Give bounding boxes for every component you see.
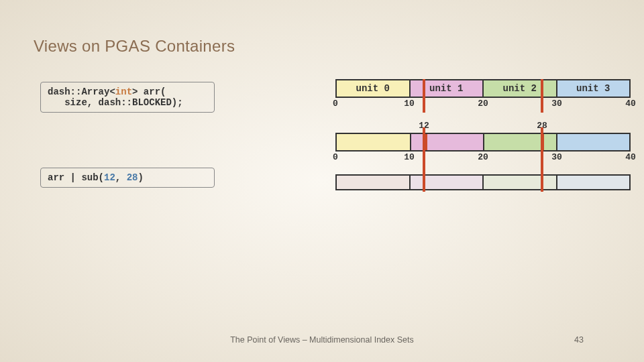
- faded-cell-2: [482, 176, 556, 189]
- code-type-int: int: [115, 86, 132, 97]
- tick2-20: 20: [478, 152, 488, 162]
- units-row: unit 0 unit 1 unit 2 unit 3: [335, 79, 631, 98]
- diagram-units-header: unit 0 unit 1 unit 2 unit 3 0 10 20 30 4…: [335, 79, 631, 111]
- code-box-sub-expr: arr | sub(12, 28): [40, 168, 215, 188]
- code-text: arr | sub(: [48, 172, 104, 183]
- code-text: ,: [115, 172, 127, 183]
- faded-cell-1: [409, 176, 483, 189]
- code-num-12: 12: [104, 172, 115, 183]
- unit-cell-3: unit 3: [556, 80, 630, 97]
- seg-30-40: [556, 134, 629, 150]
- code-text: size, dash::BLOCKED);: [48, 97, 183, 108]
- faded-cell-3: [556, 176, 630, 189]
- range-labels: 12 28: [335, 121, 631, 133]
- tick2-10: 10: [404, 152, 415, 162]
- tick2-40: 40: [625, 152, 636, 162]
- tick-30: 30: [551, 99, 562, 109]
- unit-cell-1: unit 1: [409, 80, 483, 97]
- code-text: ): [138, 172, 143, 183]
- seg-28-30: [541, 134, 556, 150]
- code-text: dash::Array<: [48, 86, 115, 97]
- tick-20: 20: [478, 99, 488, 109]
- tick-0: 0: [333, 99, 338, 109]
- faded-cell-0: [337, 176, 409, 189]
- tick-10: 10: [404, 99, 415, 109]
- tick2-30: 30: [551, 152, 562, 162]
- slide-title: Views on PGAS Containers: [34, 37, 235, 56]
- tick2-0: 0: [333, 152, 338, 162]
- marker-12-top: [423, 79, 425, 113]
- seg-12-20: [425, 134, 483, 150]
- ticks-row2: 0 10 20 30 40: [335, 152, 631, 165]
- code-text: > arr(: [132, 86, 166, 97]
- footer-text: The Point of Views – Multidimensional In…: [0, 335, 644, 345]
- tick-40: 40: [625, 99, 636, 109]
- marker-28-top: [541, 79, 543, 113]
- sub-range-row: [335, 133, 631, 152]
- seg-20-28: [483, 134, 541, 150]
- unit-cell-0: unit 0: [337, 80, 409, 97]
- marker-12-bottom: [423, 127, 425, 192]
- diagram-faded-units: [335, 174, 631, 190]
- slide-number: 43: [574, 335, 584, 345]
- seg-0-10: [337, 134, 410, 150]
- code-num-28: 28: [127, 172, 138, 183]
- units-row-faded: [335, 174, 631, 190]
- ticks-top: 0 10 20 30 40: [335, 98, 631, 111]
- code-box-array-decl: dash::Array<int> arr( size, dash::BLOCKE…: [40, 82, 215, 113]
- marker-28-bottom: [541, 127, 543, 192]
- diagram-sub-range: 12 28 0 10 20 30 40: [335, 121, 631, 165]
- unit-cell-2: unit 2: [482, 80, 556, 97]
